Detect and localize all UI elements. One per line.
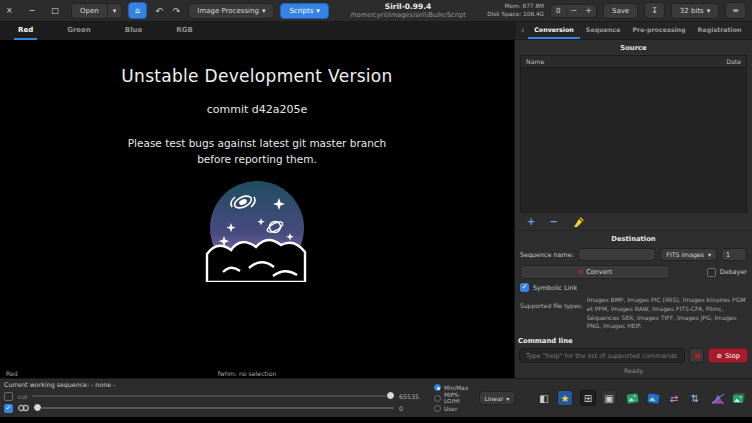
command-line-title: Command line	[515, 334, 752, 347]
maximize-icon[interactable]: □	[51, 7, 59, 15]
undo-icon[interactable]: ↶	[153, 6, 165, 16]
single-view-icon: ▣	[604, 393, 613, 404]
sequence-name-label: Sequence name:	[520, 251, 574, 259]
photometry-button[interactable]: ★	[557, 390, 573, 406]
display-mode-group: Min/Max MIPS-LO/HI User	[434, 384, 469, 412]
debayer-checkbox[interactable]	[707, 268, 716, 277]
negative-view-button[interactable]: ◧	[536, 390, 552, 406]
memory-info: Mem: 877.8M Disk Space: 106.4G	[487, 3, 544, 18]
tab-red[interactable]: Red	[14, 22, 37, 40]
tab-preprocessing[interactable]: Pre-processing	[626, 22, 691, 39]
command-history-button[interactable]: ▦	[689, 348, 704, 363]
chevron-down-icon: ▾	[316, 7, 320, 15]
minimize-icon[interactable]: −	[29, 7, 36, 15]
increment-icon[interactable]: +	[581, 6, 596, 15]
hi-level-slider[interactable]	[32, 395, 394, 397]
source-file-list[interactable]: Name Date	[520, 55, 747, 213]
levels-area: Current working sequence: - none - cut 6…	[0, 379, 429, 417]
redo-icon[interactable]: ↷	[171, 6, 183, 16]
sequence-name-input[interactable]	[578, 248, 656, 261]
radio-minmax[interactable]: Min/Max	[434, 384, 469, 391]
photo-icon	[626, 393, 639, 404]
column-date[interactable]: Date	[726, 58, 741, 65]
command-input[interactable]	[519, 348, 685, 363]
tab-plot[interactable]: Plot	[748, 22, 752, 39]
remove-files-button[interactable]: −	[549, 217, 557, 227]
source-section-title: Source	[515, 40, 752, 55]
start-index-input[interactable]: 1	[721, 248, 747, 261]
convert-button[interactable]: + Convert	[520, 265, 670, 279]
debayer-label: Debayer	[720, 268, 747, 276]
mirror-vertical-button[interactable]: ⇅	[687, 390, 703, 406]
fwhm-status: fwhm: no selection	[218, 370, 277, 377]
scripts-menu-button[interactable]: Scripts ▾	[280, 3, 328, 19]
convert-label: Convert	[586, 268, 612, 276]
splash-title: Unstable Development Version	[121, 66, 392, 86]
tab-green[interactable]: Green	[63, 22, 95, 40]
tab-blue[interactable]: Blue	[121, 22, 146, 40]
radio-mips[interactable]: MIPS-LO/HI	[434, 392, 469, 404]
cut-checkbox[interactable]	[4, 392, 13, 401]
home-button[interactable]: ⌂	[128, 2, 147, 19]
lo-level-slider[interactable]	[34, 407, 394, 409]
home-icon: ⌂	[135, 6, 140, 15]
tab-registration[interactable]: Registration	[692, 22, 748, 39]
output-format-value: FITS images	[666, 251, 704, 258]
open-button[interactable]: Open	[71, 3, 107, 19]
window-title-block: Siril-0.99.4 /home/cyril/Images/siril/Bu…	[335, 2, 481, 20]
single-view-button[interactable]: ▣	[601, 390, 617, 406]
grid-view-button[interactable]: ⊞	[580, 390, 596, 406]
decrement-icon[interactable]: −	[567, 6, 582, 15]
counter-value: 0	[551, 7, 566, 15]
clouds	[207, 239, 305, 281]
save-button[interactable]: Save	[603, 3, 638, 19]
supported-types-label: Supported file types:	[520, 302, 583, 331]
radio-user[interactable]: User	[434, 405, 469, 412]
add-files-button[interactable]: +	[527, 217, 535, 227]
open-dropdown-button[interactable]: ▾	[107, 3, 123, 19]
close-icon[interactable]: ×	[6, 7, 13, 15]
siril-window: × − □ Open ▾ ⌂ ↶ ↷ Image Processing ▾ Sc…	[0, 0, 752, 423]
image-canvas[interactable]: Unstable Development Version commit d42a…	[0, 40, 514, 369]
splash-commit: commit d42a205e	[207, 103, 308, 116]
clear-list-button[interactable]	[572, 216, 584, 228]
photo-icon	[647, 393, 660, 404]
pixel-math-button[interactable]	[731, 390, 747, 406]
siril-logo	[201, 176, 313, 286]
save-as-button[interactable]: ↧	[644, 2, 665, 19]
hamburger-menu-button[interactable]: ≡	[725, 2, 746, 19]
tab-sequence[interactable]: Sequence	[580, 22, 627, 39]
tab-rgb[interactable]: RGB	[172, 22, 196, 40]
bottom-bar: Current working sequence: - none - cut 6…	[0, 378, 752, 417]
histogram-button[interactable]	[710, 390, 726, 406]
splash-message: Please test bugs against latest git mast…	[128, 136, 387, 168]
mirror-horizontal-button[interactable]: ⇄	[666, 390, 682, 406]
image-processing-menu-button[interactable]: Image Processing ▾	[188, 3, 274, 19]
hi-slider-handle[interactable]	[386, 391, 395, 400]
display-scale-dropdown[interactable]: Linear ▾	[479, 391, 516, 405]
brush-icon	[572, 216, 584, 228]
image-list-button[interactable]	[624, 390, 640, 406]
link-levels-checkbox[interactable]: ✓	[4, 404, 13, 413]
radio-minmax-label: Min/Max	[444, 385, 468, 391]
source-list-body[interactable]	[521, 68, 746, 212]
mirror-vertical-icon: ⇅	[691, 393, 699, 404]
working-sequence-label: Current working sequence: - none -	[4, 380, 425, 390]
stop-button[interactable]: ⊘ Stop	[708, 348, 748, 363]
output-format-dropdown[interactable]: FITS images ▾	[660, 248, 717, 261]
tabs-scroll-left-icon[interactable]: ‹	[517, 22, 528, 39]
negative-icon: ◧	[539, 393, 548, 404]
counter-spinbox[interactable]: 0 − +	[550, 4, 597, 18]
image-compare-button[interactable]	[645, 390, 661, 406]
column-name[interactable]: Name	[526, 58, 544, 65]
supported-types-text: Images BMP, Images PIC (IRIS), Images bi…	[587, 296, 747, 331]
window-title: Siril-0.99.4	[335, 2, 481, 11]
radio-icon	[434, 405, 441, 412]
window-edge	[0, 417, 752, 423]
lo-slider-row: ✓ 0	[4, 402, 425, 414]
tab-conversion[interactable]: Conversion	[528, 22, 580, 39]
working-directory: /home/cyril/Images/siril/Bulle/Script	[335, 11, 481, 19]
symbolic-link-checkbox[interactable]: ✓	[520, 283, 529, 292]
lo-slider-handle[interactable]	[33, 403, 42, 412]
bit-depth-dropdown[interactable]: 32 bits ▾	[671, 3, 719, 19]
